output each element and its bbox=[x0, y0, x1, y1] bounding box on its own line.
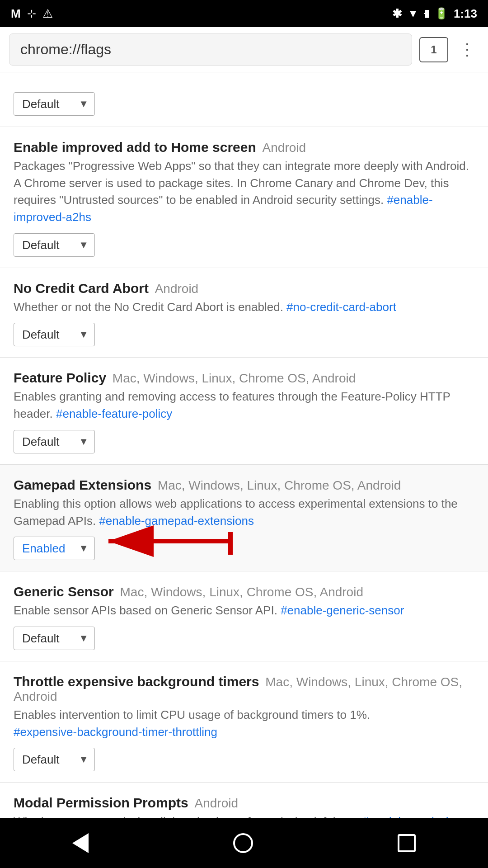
flag-title-row: No Credit Card Abort Android bbox=[14, 281, 474, 296]
wifi-icon: ▼ bbox=[408, 7, 418, 20]
gamepad-select-container: Default Enabled Disabled ▼ bbox=[14, 529, 95, 560]
cast-icon: ⊹ bbox=[27, 7, 36, 20]
flag-title-row: Modal Permission Prompts Android bbox=[14, 795, 474, 811]
flag-select-wrap: Default Enabled Disabled ▼ bbox=[14, 233, 95, 257]
flag-desc: Packages "Progressive Web Apps" so that … bbox=[14, 158, 474, 226]
nav-bar bbox=[0, 818, 488, 868]
flag-title: Feature Policy bbox=[14, 370, 106, 385]
time-display: 1:13 bbox=[454, 7, 477, 21]
flag-title-row: Enable improved add to Home screen Andro… bbox=[14, 140, 474, 155]
flag-platform: Android bbox=[155, 282, 199, 296]
flag-link[interactable]: #expensive-background-timer-throttling bbox=[14, 725, 217, 739]
flag-link[interactable]: #enable-feature-policy bbox=[56, 407, 172, 420]
flag-title-row: Gamepad Extensions Mac, Windows, Linux, … bbox=[14, 477, 474, 493]
flag-item-feature-policy: Feature Policy Mac, Windows, Linux, Chro… bbox=[0, 358, 488, 464]
flag-select-top[interactable]: Default Enabled Disabled bbox=[14, 92, 95, 116]
bluetooth-icon: ✱ bbox=[392, 7, 402, 21]
flag-title: Modal Permission Prompts bbox=[14, 795, 188, 810]
flag-title-row: Generic Sensor Mac, Windows, Linux, Chro… bbox=[14, 584, 474, 599]
flags-content: Default Enabled Disabled ▼ Enable improv… bbox=[0, 72, 488, 868]
flag-item-enable-improved-a2hs: Enable improved add to Home screen Andro… bbox=[0, 127, 488, 268]
home-button[interactable] bbox=[229, 829, 258, 858]
flag-select-wrap: Default Enabled Disabled ▼ bbox=[14, 748, 95, 771]
flag-desc: Enables intervention to limit CPU usage … bbox=[14, 707, 474, 741]
flag-select-wrap: Default Enabled Disabled ▼ bbox=[14, 537, 95, 560]
warning-icon: ⚠ bbox=[42, 7, 53, 21]
url-bar: 1 ⋮ bbox=[0, 27, 488, 72]
status-bar: M ⊹ ⚠ ✱ ▼ ▮ 🔋 1:13 bbox=[0, 0, 488, 27]
flag-platform: Mac, Windows, Linux, Chrome OS, Android bbox=[158, 478, 401, 492]
flag-platform: Mac, Windows, Linux, Chrome OS, Android bbox=[113, 371, 356, 385]
flag-select[interactable]: Default Enabled Disabled bbox=[14, 430, 95, 453]
flag-select-wrap: Default Enabled Disabled ▼ bbox=[14, 323, 95, 346]
flag-item-throttle-background-timers: Throttle expensive background timers Mac… bbox=[0, 661, 488, 783]
flag-desc: Enable sensor APIs based on Generic Sens… bbox=[14, 602, 474, 619]
signal-icon: ▮ bbox=[424, 8, 429, 19]
flag-platform: Mac, Windows, Linux, Chrome OS, Android bbox=[120, 585, 363, 599]
flag-select-wrap-top: Default Enabled Disabled ▼ bbox=[14, 92, 95, 116]
flag-select[interactable]: Default Enabled Disabled bbox=[14, 627, 95, 650]
status-bar-left: M ⊹ ⚠ bbox=[11, 7, 53, 21]
gmail-icon: M bbox=[11, 7, 21, 21]
recents-icon bbox=[398, 834, 416, 852]
flag-select-wrap: Default Enabled Disabled ▼ bbox=[14, 627, 95, 650]
flag-select[interactable]: Default Enabled Disabled bbox=[14, 323, 95, 346]
back-icon bbox=[72, 833, 89, 853]
flag-desc: Enabling this option allows web applicat… bbox=[14, 495, 474, 529]
flag-title-row: Feature Policy Mac, Windows, Linux, Chro… bbox=[14, 370, 474, 386]
status-bar-right: ✱ ▼ ▮ 🔋 1:13 bbox=[392, 7, 477, 21]
flag-select-wrap: Default Enabled Disabled ▼ bbox=[14, 430, 95, 453]
tab-count-button[interactable]: 1 bbox=[419, 37, 448, 62]
flag-title: Gamepad Extensions bbox=[14, 477, 151, 492]
menu-button[interactable]: ⋮ bbox=[455, 38, 479, 61]
menu-dots-icon: ⋮ bbox=[459, 40, 475, 59]
flag-item-top: Default Enabled Disabled ▼ bbox=[0, 72, 488, 127]
flag-link[interactable]: #no-credit-card-abort bbox=[286, 300, 396, 314]
flag-platform: Android bbox=[195, 796, 239, 810]
flag-title: Generic Sensor bbox=[14, 584, 114, 599]
flag-platform: Android bbox=[263, 141, 306, 155]
recents-button[interactable] bbox=[393, 830, 420, 857]
flag-item-gamepad-extensions: Gamepad Extensions Mac, Windows, Linux, … bbox=[0, 465, 488, 571]
tab-count-label: 1 bbox=[431, 43, 436, 56]
battery-icon: 🔋 bbox=[435, 7, 448, 20]
flag-title-row: Throttle expensive background timers Mac… bbox=[14, 674, 474, 704]
flag-item-no-credit-card-abort: No Credit Card Abort Android Whether or … bbox=[0, 268, 488, 358]
home-icon bbox=[233, 833, 253, 853]
red-arrow-annotation bbox=[99, 523, 235, 559]
flag-select-enabled[interactable]: Default Enabled Disabled bbox=[14, 537, 95, 560]
flag-select[interactable]: Default Enabled Disabled bbox=[14, 748, 95, 771]
flag-item-generic-sensor: Generic Sensor Mac, Windows, Linux, Chro… bbox=[0, 571, 488, 661]
flag-title: Throttle expensive background timers bbox=[14, 674, 259, 689]
back-button[interactable] bbox=[68, 829, 93, 858]
flag-desc: Whether or not the No Credit Card Abort … bbox=[14, 299, 474, 316]
flag-title: No Credit Card Abort bbox=[14, 281, 149, 296]
flag-link[interactable]: #enable-generic-sensor bbox=[281, 604, 404, 617]
flag-title: Enable improved add to Home screen bbox=[14, 140, 256, 155]
flag-desc: Enables granting and removing access to … bbox=[14, 388, 474, 422]
flag-select[interactable]: Default Enabled Disabled bbox=[14, 233, 95, 257]
url-input[interactable] bbox=[9, 33, 412, 66]
